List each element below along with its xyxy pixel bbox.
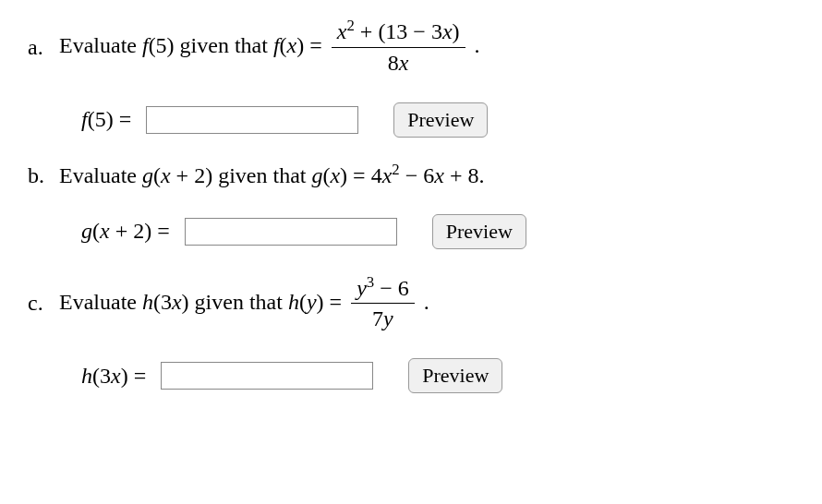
prompt-prefix: Evaluate [59, 163, 142, 187]
problem-b-text: Evaluate g(x + 2) given that g(x) = 4x2 … [59, 163, 484, 188]
problem-c-text: Evaluate h(3x) given that h(y) = y3 − 6 … [59, 275, 429, 333]
problem-a-denominator: 8x [332, 48, 465, 77]
problem-b-label: b. [28, 163, 59, 188]
problem-a-text: Evaluate f(5) given that f(x) = x2 + (13… [59, 18, 480, 77]
problem-a-prompt: a. Evaluate f(5) given that f(x) = x2 + … [28, 18, 794, 77]
problem-c-denominator: 7y [351, 304, 415, 332]
problem-c-answer-row: h(3x) = Preview [81, 358, 794, 393]
trailing-dot: . [475, 33, 480, 57]
problem-c-fraction: y3 − 6 7y [351, 275, 415, 333]
problem-b-answer-row: g(x + 2) = Preview [81, 214, 794, 249]
problem-b: b. Evaluate g(x + 2) given that g(x) = 4… [28, 163, 794, 249]
problem-c: c. Evaluate h(3x) given that h(y) = y3 −… [28, 275, 794, 394]
given-text: given that [218, 163, 311, 187]
problem-c-numerator: y3 − 6 [351, 275, 415, 305]
problem-a-answer-row: f(5) = Preview [81, 102, 794, 138]
problem-c-prompt: c. Evaluate h(3x) given that h(y) = y3 −… [28, 275, 794, 333]
problem-a-preview-button[interactable]: Preview [393, 102, 488, 138]
equals: = [309, 33, 328, 57]
problem-c-label: c. [28, 291, 59, 316]
problem-c-answer-lhs: h(3x) = [81, 364, 151, 389]
problem-a-label: a. [28, 35, 59, 60]
problem-b-rhs: 4x2 − 6x + 8. [371, 163, 485, 187]
problem-c-input[interactable] [161, 362, 373, 390]
problem-a-numerator: x2 + (13 − 3x) [332, 18, 465, 48]
problem-a-fraction: x2 + (13 − 3x) 8x [332, 18, 465, 77]
problem-b-preview-button[interactable]: Preview [432, 214, 526, 249]
problem-b-answer-lhs: g(x + 2) = [81, 219, 175, 244]
prompt-prefix: Evaluate [59, 289, 142, 313]
prompt-prefix: Evaluate [59, 33, 142, 57]
equals: = [330, 289, 348, 313]
given-text: given that [195, 289, 288, 313]
problem-b-input[interactable] [185, 218, 397, 246]
problem-a-answer-lhs: f(5) = [81, 107, 137, 132]
problem-a-input[interactable] [146, 106, 358, 134]
given-text: given that [180, 33, 273, 57]
trailing-dot: . [424, 289, 429, 313]
equals: = [353, 163, 371, 187]
problem-a: a. Evaluate f(5) given that f(x) = x2 + … [28, 18, 794, 138]
problem-b-prompt: b. Evaluate g(x + 2) given that g(x) = 4… [28, 163, 794, 188]
problem-c-preview-button[interactable]: Preview [408, 358, 502, 393]
